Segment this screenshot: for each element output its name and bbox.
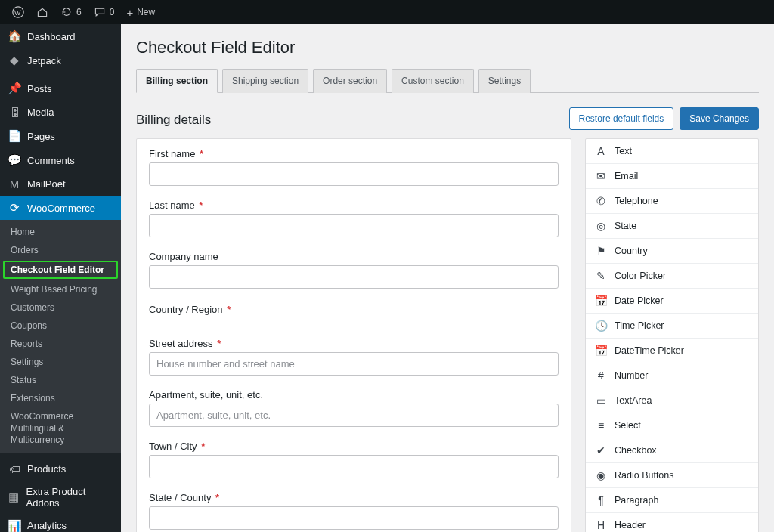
sidebar-item-label: Media [27,107,54,118]
field-type-item[interactable]: ✉Email [586,164,758,189]
comment-icon [94,6,106,18]
field-type-item[interactable]: ⚑Country [586,239,758,264]
submenu-item[interactable]: Checkout Field Editor [3,261,118,279]
updates[interactable]: 6 [54,0,88,24]
field-input[interactable] [149,506,559,530]
field-type-item[interactable]: ◎State [586,214,758,239]
submenu-item[interactable]: Weight Based Pricing [0,280,121,298]
form-field: State / County * [149,492,559,530]
wp-logo[interactable] [6,0,30,24]
field-input[interactable] [149,455,559,478]
required-marker: * [215,338,221,349]
sidebar-item-label: Extra Product Addons [26,486,113,509]
save-changes-button[interactable]: Save Changes [680,107,759,131]
submenu-item[interactable]: Reports [0,335,121,353]
field-type-icon: A [595,145,607,157]
sidebar-item-woocommerce[interactable]: ⟳WooCommerce [0,196,121,220]
field-input[interactable] [149,352,559,376]
addons-icon: ▦ [8,490,20,504]
field-type-item[interactable]: 🕓Time Picker [586,314,758,339]
tab[interactable]: Billing section [136,69,218,93]
sidebar-item-pages[interactable]: 📄Pages [0,124,121,148]
sidebar-item-comments[interactable]: 💬Comments [0,148,121,172]
sidebar-item-label: Comments [27,155,75,166]
field-type-label: Email [615,171,638,181]
sidebar-item-jetpack[interactable]: ◆Jetpack [0,48,121,73]
analytics-icon: 📊 [8,519,21,532]
svg-point-0 [13,7,23,17]
submenu-item[interactable]: Status [0,371,121,389]
field-type-icon: ⚑ [595,245,607,257]
page-title: Checkout Field Editor [136,38,759,57]
submenu-item[interactable]: Customers [0,298,121,317]
required-marker: * [197,200,203,211]
field-type-item[interactable]: #Number [586,363,758,388]
required-marker: * [212,492,219,503]
field-label: Apartment, suite, unit, etc. [149,389,559,401]
home-icon [36,6,48,18]
comments-bubble[interactable]: 0 [88,0,121,24]
field-type-item[interactable]: AText [586,139,758,164]
field-type-item[interactable]: 📅Date Picker [586,289,758,314]
submenu-item[interactable]: Extensions [0,389,121,407]
field-type-item[interactable]: HHeader [586,513,758,532]
field-type-label: Select [615,420,641,431]
sidebar-item-media[interactable]: 🎛Media [0,101,121,124]
field-type-item[interactable]: ¶Paragraph [586,488,758,513]
sidebar-item-analytics[interactable]: 📊Analytics [0,514,121,532]
field-type-label: Country [615,246,648,256]
submenu-item[interactable]: Settings [0,353,121,371]
new-content[interactable]: + New [120,0,161,24]
sidebar-item-posts[interactable]: 📌Posts [0,76,121,101]
field-type-icon: 📅 [595,295,607,307]
sidebar-item-mailpoet[interactable]: MMailPoet [0,172,121,196]
tab[interactable]: Custom section [392,69,474,93]
field-type-label: Checkbox [615,445,657,456]
restore-defaults-button[interactable]: Restore default fields [569,107,674,131]
field-type-item[interactable]: ✆Telephone [586,189,758,214]
required-marker: * [197,148,203,159]
field-type-item[interactable]: ✔Checkbox [586,438,758,463]
submenu-item[interactable]: WooCommerce Multilingual & Multicurrency [0,407,121,450]
field-input[interactable] [149,214,559,237]
jetpack-icon: ◆ [8,54,21,67]
field-input[interactable] [149,265,559,289]
field-type-icon: ◎ [595,220,607,232]
form-field: Last name * [149,200,559,237]
field-type-icon: ◉ [595,469,607,481]
field-type-label: TextArea [615,395,652,406]
field-type-label: State [615,221,636,231]
sidebar-item-label: Jetpack [27,55,61,66]
field-type-label: Date Picker [615,295,664,306]
field-type-label: Text [615,146,632,156]
field-type-item[interactable]: 📅DateTime Picker [586,339,758,363]
admin-bar: 6 0 + New [0,0,774,24]
submenu-item[interactable]: Home [0,223,121,241]
sidebar-item-products[interactable]: 🏷Products [0,457,121,481]
field-input[interactable] [149,404,559,427]
sidebar-item-label: MailPoet [27,178,66,190]
submenu-item[interactable]: Orders [0,241,121,259]
field-type-label: Paragraph [615,495,658,506]
field-type-item[interactable]: ✎Color Picker [586,264,758,289]
site-home[interactable] [30,0,54,24]
field-type-label: DateTime Picker [615,345,684,356]
tab[interactable]: Shipping section [222,69,308,93]
tab[interactable]: Order section [313,69,387,93]
field-type-item[interactable]: ◉Radio Buttons [586,463,758,488]
field-type-icon: ▭ [595,394,607,407]
field-type-icon: ✆ [595,195,607,207]
field-input[interactable] [149,162,559,186]
field-type-icon: H [595,519,607,531]
field-type-item[interactable]: ▭TextArea [586,388,758,413]
tab[interactable]: Settings [478,69,531,93]
submenu-item[interactable]: Coupons [0,317,121,335]
plus-icon: + [126,6,133,19]
form-field: Company name [149,251,559,289]
sidebar-item-addons[interactable]: ▦Extra Product Addons [0,481,121,514]
field-label: Street address * [149,338,559,349]
sidebar-item-dashboard[interactable]: 🏠Dashboard [0,24,121,48]
form-field: Country / Region * [149,302,559,324]
sidebar-item-label: WooCommerce [27,203,95,214]
field-type-item[interactable]: ≡Select [586,413,758,438]
